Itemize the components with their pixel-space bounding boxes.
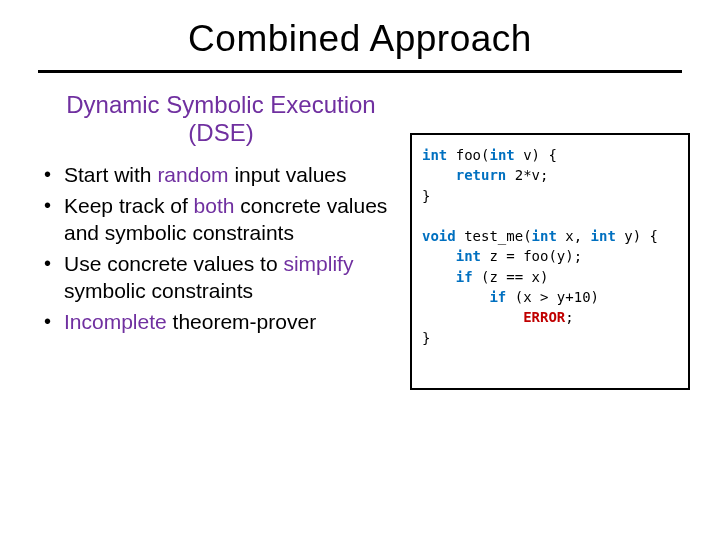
code-text: x, bbox=[557, 228, 591, 244]
list-item: Incomplete theorem-prover bbox=[42, 309, 406, 336]
code-box: int foo(int v) { return 2*v; } void test… bbox=[410, 133, 690, 390]
list-item: Start with random input values bbox=[42, 162, 406, 189]
list-item: Keep track of both concrete values and s… bbox=[42, 193, 406, 247]
bullet-text-accent: both bbox=[194, 194, 235, 217]
bullet-text-post: symbolic constraints bbox=[64, 279, 253, 302]
code-text: z = foo(y); bbox=[481, 248, 582, 264]
code-text: } bbox=[422, 330, 430, 346]
code-kw: if bbox=[456, 269, 473, 285]
bullet-text-pre: Keep track of bbox=[64, 194, 194, 217]
subheading: Dynamic Symbolic Execution (DSE) bbox=[36, 91, 406, 146]
code-kw: int bbox=[532, 228, 557, 244]
code-text: } bbox=[422, 188, 430, 204]
code-text: y) { bbox=[616, 228, 658, 244]
code-kw: int bbox=[489, 147, 514, 163]
left-column: Dynamic Symbolic Execution (DSE) Start w… bbox=[36, 91, 410, 390]
code-text: (x > y+10) bbox=[506, 289, 599, 305]
bullet-text-accent: simplify bbox=[283, 252, 353, 275]
code-text: ; bbox=[565, 309, 573, 325]
code-kw: int bbox=[591, 228, 616, 244]
code-error: ERROR bbox=[523, 309, 565, 325]
bullet-text-accent: Incomplete bbox=[64, 310, 167, 333]
code-kw: int bbox=[456, 248, 481, 264]
code-text: foo( bbox=[447, 147, 489, 163]
content-area: Dynamic Symbolic Execution (DSE) Start w… bbox=[0, 73, 720, 390]
code-kw: int bbox=[422, 147, 447, 163]
bullet-list: Start with random input values Keep trac… bbox=[36, 162, 406, 335]
bullet-text-post: input values bbox=[229, 163, 347, 186]
code-kw: if bbox=[489, 289, 506, 305]
bullet-text-accent: random bbox=[157, 163, 228, 186]
code-text: 2*v; bbox=[506, 167, 548, 183]
slide-title: Combined Approach bbox=[0, 18, 720, 60]
bullet-text-pre: Use concrete values to bbox=[64, 252, 283, 275]
code-text: test_me( bbox=[456, 228, 532, 244]
code-kw: return bbox=[456, 167, 507, 183]
subheading-line1: Dynamic Symbolic Execution bbox=[66, 91, 375, 118]
bullet-text-post: theorem-prover bbox=[167, 310, 316, 333]
code-kw: void bbox=[422, 228, 456, 244]
code-text: v) { bbox=[515, 147, 557, 163]
list-item: Use concrete values to simplify symbolic… bbox=[42, 251, 406, 305]
right-column: int foo(int v) { return 2*v; } void test… bbox=[410, 91, 690, 390]
subheading-line2: (DSE) bbox=[188, 119, 253, 146]
code-text: (z == x) bbox=[473, 269, 549, 285]
bullet-text-pre: Start with bbox=[64, 163, 157, 186]
